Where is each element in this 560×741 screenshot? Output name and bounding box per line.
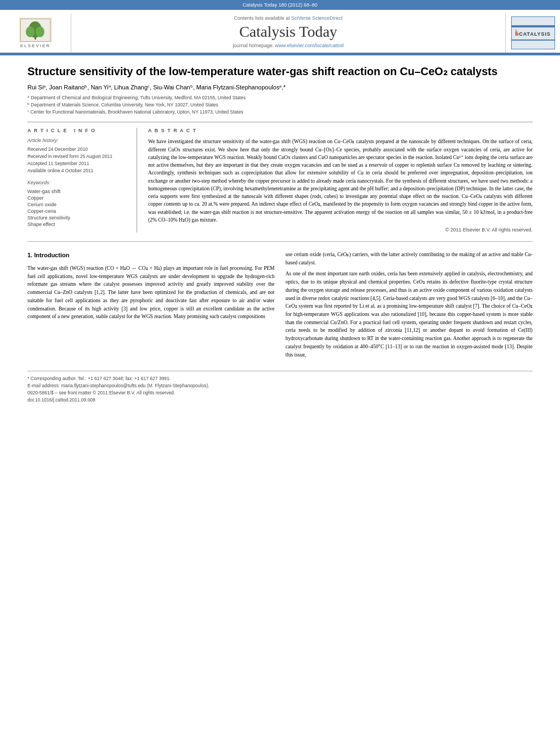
keyword-3: Cerium oxide [27, 202, 129, 207]
history-online: Available online 4 October 2011 [27, 168, 129, 173]
homepage-link[interactable]: www.elsevier.com/locate/cattod [275, 43, 344, 48]
body-divider [27, 241, 533, 242]
footer-corresponding: * Corresponding author. Tel.: +1 617 627… [27, 376, 533, 381]
elsevier-text: ELSEVIER [20, 43, 50, 48]
article-info-abstract: A R T I C L E I N F O Article history: R… [27, 128, 533, 233]
history-received: Received 24 December 2010 [27, 146, 129, 152]
abstract-label: A B S T R A C T [148, 128, 533, 133]
keywords-section: Keywords: Water-gas shift Copper Cerium … [27, 180, 129, 227]
elsevier-logo-section: ELSEVIER [0, 13, 71, 53]
body-col-right: use cerium oxide (ceria, CeO₂) carriers,… [286, 251, 533, 362]
affiliation-a: ᵃ Department of Chemical and Biological … [27, 94, 533, 101]
affiliation-c: ᶜ Center for Functional Nanomaterials, B… [27, 109, 533, 116]
elsevier-tree-icon [19, 18, 52, 42]
footer-issn: 0920-5861/$ – see front matter © 2011 El… [27, 390, 533, 395]
footer-doi: doi:10.1016/j.cattod.2011.09.008 [27, 397, 533, 403]
keyword-6: Shape effect [27, 222, 129, 227]
abstract-col: A B S T R A C T We have investigated the… [148, 128, 533, 233]
body-right-para2: As one of the most important rare earth … [286, 270, 533, 359]
journal-citation: Catalysis Today 180 (2012) 68–80 [242, 2, 317, 8]
svg-point-3 [26, 26, 35, 37]
svg-point-4 [36, 26, 44, 37]
body-left-para: The water-gas shift (WGS) reaction (CO +… [27, 264, 275, 321]
article-info-label: A R T I C L E I N F O [27, 128, 129, 133]
affiliation-b: ᵇ Department of Materials Science, Colum… [27, 101, 533, 109]
keyword-1: Water-gas shift [27, 189, 129, 194]
authors-line: Rui Siᵃ, Joan Raitanoᵇ, Nan Yiᵃ, Lihua Z… [27, 84, 533, 91]
section1-heading: 1. Introduction [27, 251, 275, 260]
sciverse-info: Contents lists available at SciVerse Sci… [82, 15, 494, 21]
catalysis-icon-text: iiCATALYSIS [515, 29, 551, 38]
footer-email: E-mail address: maria.flytzani-stephanop… [27, 383, 533, 388]
catalysis-logo-box: iiCATALYSIS [511, 16, 555, 49]
body-right-para: use cerium oxide (ceria, CeO₂) carriers,… [286, 251, 533, 267]
sciverse-link[interactable]: SciVerse ScienceDirect [291, 15, 343, 21]
article-title: Structure sensitivity of the low-tempera… [27, 64, 533, 78]
affiliations: ᵃ Department of Chemical and Biological … [27, 94, 533, 115]
keyword-4: Copper-ceria [27, 208, 129, 214]
catalysis-logo-section: iiCATALYSIS [505, 13, 560, 53]
copyright-line: © 2011 Elsevier B.V. All rights reserved… [148, 227, 533, 233]
keyword-2: Copper [27, 195, 129, 201]
authors-text: Rui Siᵃ, Joan Raitanoᵇ, Nan Yiᵃ, Lihua Z… [27, 84, 286, 90]
top-divider [27, 122, 533, 122]
main-content: Structure sensitivity of the low-tempera… [0, 55, 560, 415]
history-revised: Received in revised form 25 August 2011 [27, 154, 129, 159]
journal-citation-bar: Catalysis Today 180 (2012) 68–80 [0, 0, 560, 10]
journal-center-info: Contents lists available at SciVerse Sci… [71, 13, 505, 53]
journal-header: ELSEVIER Contents lists available at Sci… [0, 10, 560, 54]
abstract-text: We have investigated the structure sensi… [148, 138, 533, 224]
body-content: 1. Introduction The water-gas shift (WGS… [27, 251, 533, 362]
article-info-col: A R T I C L E I N F O Article history: R… [27, 128, 137, 233]
keyword-5: Structure sensitivity [27, 215, 129, 220]
keywords-label: Keywords: [27, 180, 129, 185]
journal-homepage: journal homepage: www.elsevier.com/locat… [82, 43, 494, 48]
journal-title: Catalysis Today [82, 23, 494, 41]
article-history-label: Article history: [27, 138, 129, 143]
history-accepted: Accepted 11 September 2011 [27, 161, 129, 166]
body-col-left: 1. Introduction The water-gas shift (WGS… [27, 251, 275, 362]
footer-notes: * Corresponding author. Tel.: +1 617 627… [27, 371, 533, 403]
